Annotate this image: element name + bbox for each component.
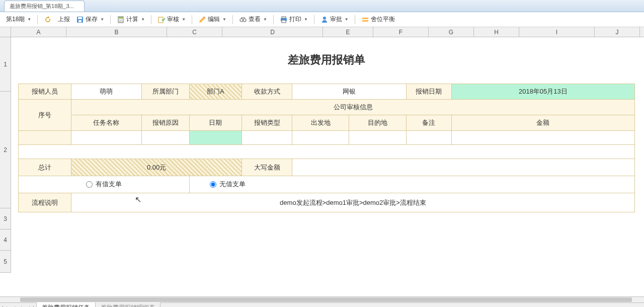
person-icon [320, 16, 329, 24]
taskname-cell[interactable] [71, 131, 142, 145]
edit-button[interactable]: 编辑 ▼ [196, 14, 228, 25]
binoculars-icon [239, 16, 247, 24]
col-header-i[interactable]: I [519, 27, 595, 37]
save-button[interactable]: 保存 ▼ [74, 14, 106, 25]
submit-label: 上报 [58, 15, 70, 24]
svg-rect-4 [119, 17, 123, 19]
row-header-3[interactable]: 3 [0, 208, 11, 229]
sheet-tabs-bar: |◀ ◀ ▶ ▶| 差旅费用报销任务 差旅费用报销明细表 [0, 302, 644, 307]
label-date: 报销日期 [406, 84, 451, 100]
svg-point-7 [122, 20, 123, 21]
pencil-icon [198, 16, 206, 24]
reason-cell[interactable] [141, 131, 189, 145]
remark-cell[interactable] [406, 131, 451, 145]
review-button[interactable]: 审核 ▼ [155, 14, 188, 25]
sheet-tab-task[interactable]: 差旅费用报销任务 [37, 302, 96, 307]
type-cell[interactable] [242, 131, 292, 145]
chevron-down-icon: ▼ [141, 17, 145, 22]
col-amount: 金额 [451, 115, 634, 131]
col-header-h[interactable]: H [474, 27, 519, 37]
chevron-down-icon: ▼ [182, 17, 186, 22]
balance-button[interactable]: 舍位平衡 [359, 14, 397, 25]
horizontal-scrollbar[interactable] [0, 296, 644, 302]
separator [232, 15, 233, 24]
printer-icon [280, 16, 288, 24]
edit-label: 编辑 [208, 15, 220, 24]
form-title: 差旅费用报销单 [18, 52, 635, 67]
svg-rect-16 [282, 20, 286, 23]
period-selector[interactable]: 第18期 ▼ [4, 14, 33, 25]
row-header-4[interactable]: 4 [0, 229, 11, 251]
svg-point-5 [119, 20, 120, 21]
col-header-c[interactable]: C [167, 27, 222, 37]
chevron-down-icon: ▼ [222, 17, 226, 22]
col-header-g[interactable]: G [429, 27, 474, 37]
expense-form-table: 报销人员 萌萌 所属部门 部门A 收款方式 网银 报销日期 2018年05月13… [18, 84, 635, 212]
separator [273, 15, 274, 24]
col-from: 出发地 [292, 115, 349, 131]
form-content: 差旅费用报销单 报销人员 萌萌 所属部门 部门A 收款方式 网银 报销日期 20… [11, 37, 644, 273]
svg-point-6 [120, 20, 121, 21]
label-upper: 大写金额 [242, 159, 292, 176]
approve-button[interactable]: 审批 ▼ [318, 14, 351, 25]
sheet-tab-detail[interactable]: 差旅费用报销明细表 [96, 302, 160, 307]
print-button[interactable]: 打印 ▼ [278, 14, 310, 25]
row-header-1[interactable]: 1 [0, 37, 11, 92]
chevron-down-icon: ▼ [345, 17, 349, 22]
document-tab[interactable]: 差旅费用报销_第18期_3... [4, 1, 85, 12]
value-paymethod[interactable]: 网银 [292, 84, 407, 100]
document-tab-title: 差旅费用报销_第18期_3... [10, 3, 74, 9]
nav-next[interactable]: ▶ [18, 303, 27, 308]
col-header-f[interactable]: F [373, 27, 429, 37]
col-header-d[interactable]: D [222, 27, 323, 37]
nav-first[interactable]: |◀ [0, 303, 9, 308]
review-label: 审核 [167, 15, 179, 24]
col-taskname: 任务名称 [71, 115, 142, 131]
calc-button[interactable]: 计算 ▼ [115, 14, 147, 25]
empty-rows[interactable] [19, 145, 635, 159]
svg-point-13 [243, 19, 246, 22]
column-headers: A B C D E F G H I J K [0, 27, 644, 37]
separator [355, 15, 355, 24]
approve-label: 审批 [330, 15, 342, 24]
seq-cell[interactable] [19, 131, 71, 145]
to-cell[interactable] [349, 131, 406, 145]
row-header-2[interactable]: 2 [0, 92, 11, 208]
separator [192, 15, 192, 24]
col-header-k[interactable]: K [640, 27, 644, 37]
value-dept[interactable]: 部门A [189, 84, 242, 100]
balance-icon [361, 16, 369, 24]
value-person[interactable]: 萌萌 [71, 84, 142, 100]
print-label: 打印 [289, 15, 301, 24]
radio-no-loan[interactable]: 无借支单 [210, 180, 246, 189]
col-header-a[interactable]: A [11, 27, 66, 37]
value-date[interactable]: 2018年05月13日 [451, 84, 634, 100]
svg-point-12 [240, 19, 243, 22]
corner-cell[interactable] [0, 27, 11, 37]
col-header-e[interactable]: E [323, 27, 373, 37]
col-header-b[interactable]: B [66, 27, 167, 37]
date-cell[interactable] [189, 131, 242, 145]
value-flow: demo发起流程>demo1审批>demo2审批>流程结束 [71, 193, 635, 212]
label-paymethod: 收款方式 [242, 84, 292, 100]
label-audit: 公司审核信息 [71, 100, 635, 115]
row-header-5[interactable]: 5 [0, 251, 11, 273]
submit-button[interactable]: 上报 [56, 14, 72, 25]
svg-rect-18 [362, 18, 368, 19]
from-cell[interactable] [292, 131, 349, 145]
refresh-button[interactable] [42, 15, 54, 25]
amount-cell[interactable] [451, 131, 634, 145]
col-reason: 报销原因 [141, 115, 189, 131]
document-tab-bar: 差旅费用报销_第18期_3... [0, 0, 644, 12]
radio-has-loan-input[interactable] [86, 181, 93, 188]
nav-last[interactable]: ▶| [27, 303, 36, 308]
view-button[interactable]: 查看 ▼ [237, 14, 269, 25]
nav-prev[interactable]: ◀ [9, 303, 18, 308]
radio-has-loan[interactable]: 有借支单 [86, 180, 122, 189]
separator [37, 15, 38, 24]
radio-no-loan-input[interactable] [210, 181, 216, 188]
col-header-j[interactable]: J [595, 27, 640, 37]
value-upper[interactable] [292, 159, 635, 176]
scrollbar-thumb[interactable] [20, 297, 632, 302]
review-icon [157, 16, 166, 24]
